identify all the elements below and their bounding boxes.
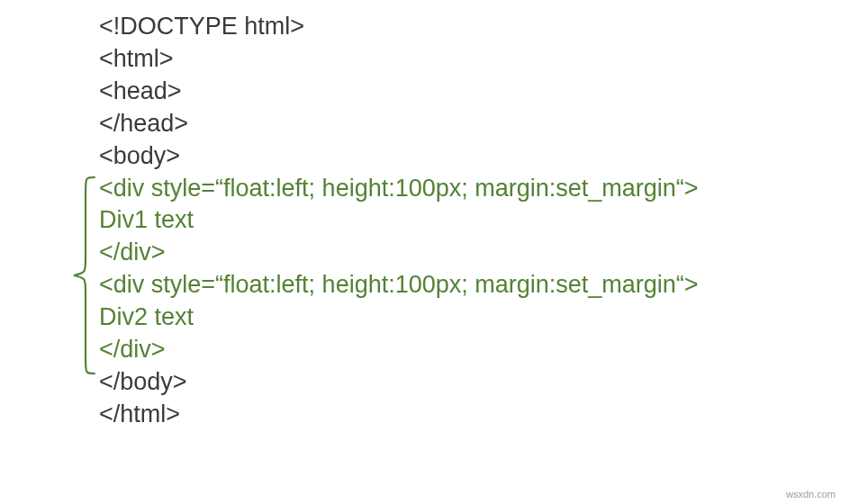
code-line-body-open: <body> (99, 140, 699, 173)
code-line-div2-open: <div style=“float:left; height:100px; ma… (99, 269, 699, 302)
code-block: <!DOCTYPE html> <html> <head> </head> <b… (99, 11, 699, 431)
code-line-div1-text: Div1 text (99, 204, 699, 237)
code-line-head-close: </head> (99, 108, 699, 140)
code-line-div2-text: Div2 text (99, 302, 699, 334)
code-line-html-open: <html> (99, 43, 699, 76)
code-line-body-close: </body> (99, 366, 699, 399)
code-line-div1-open: <div style=“float:left; height:100px; ma… (99, 173, 699, 205)
code-line-head-open: <head> (99, 76, 699, 108)
curly-brace-icon (70, 176, 97, 375)
code-line-html-close: </html> (99, 399, 699, 431)
code-line-doctype: <!DOCTYPE html> (99, 11, 699, 43)
watermark-text: wsxdn.com (786, 488, 836, 501)
code-line-div2-close: </div> (99, 334, 699, 366)
code-line-div1-close: </div> (99, 237, 699, 269)
